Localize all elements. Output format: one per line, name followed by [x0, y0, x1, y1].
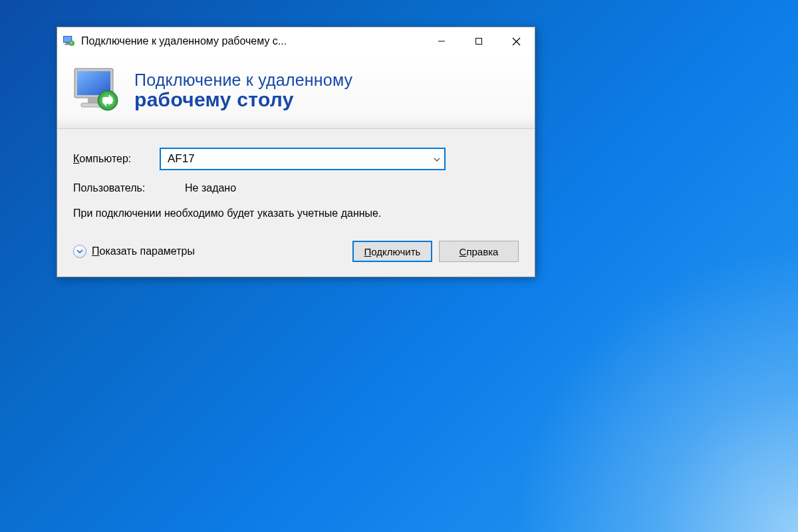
computer-label: Компьютер: [73, 153, 160, 165]
show-options-toggle[interactable]: Показать параметры [73, 245, 195, 258]
button-group: Подключить Справка [352, 241, 519, 262]
titlebar-controls [423, 27, 535, 55]
maximize-button[interactable] [460, 27, 497, 55]
svg-rect-6 [476, 39, 482, 45]
computer-combo[interactable] [160, 148, 446, 170]
user-label: Пользователь: [73, 182, 160, 194]
rdp-banner-icon [70, 67, 122, 114]
banner-line2: рабочему столу [134, 88, 352, 111]
user-row: Пользователь: Не задано [73, 182, 519, 194]
window-title: Подключение к удаленному рабочему с... [81, 35, 423, 47]
connect-button[interactable]: Подключить [352, 241, 432, 262]
user-value: Не задано [185, 182, 236, 194]
close-button[interactable] [497, 27, 535, 55]
credentials-info: При подключении необходимо будет указать… [73, 206, 446, 221]
banner-text: Подключение к удаленному рабочему столу [134, 70, 352, 111]
form-area: Компьютер: Пользователь: Не задано При п… [57, 129, 535, 277]
rdp-app-icon [63, 35, 76, 48]
banner-line1: Подключение к удаленному [134, 70, 352, 90]
bottom-row: Показать параметры Подключить Справка [73, 241, 519, 262]
minimize-button[interactable] [423, 27, 460, 55]
show-options-label: Показать параметры [92, 245, 195, 257]
rdp-dialog: Подключение к удаленному рабочему с... [57, 27, 535, 277]
titlebar[interactable]: Подключение к удаленному рабочему с... [57, 27, 535, 55]
svg-rect-1 [64, 37, 71, 42]
svg-rect-2 [66, 43, 69, 44]
computer-row: Компьютер: [73, 148, 519, 170]
expand-down-icon [73, 245, 86, 258]
header-banner: Подключение к удаленному рабочему столу [57, 55, 535, 129]
computer-input[interactable] [160, 148, 446, 170]
help-button[interactable]: Справка [439, 241, 519, 262]
